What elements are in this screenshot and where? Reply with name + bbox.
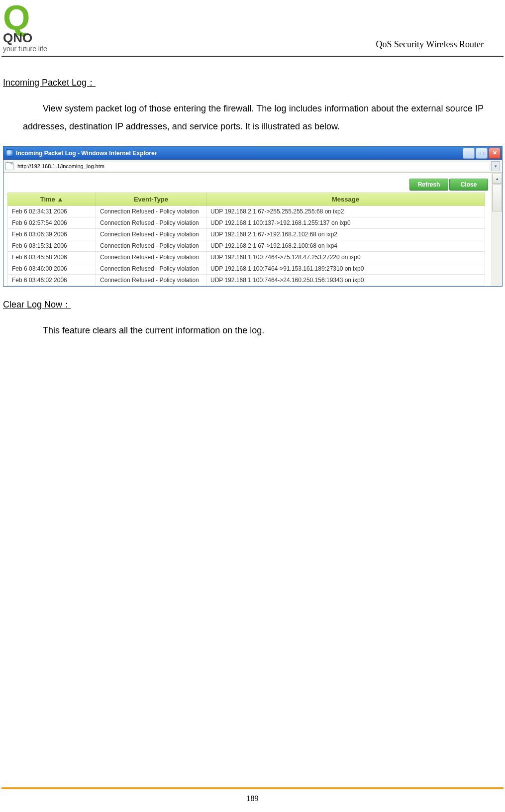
- maximize-button[interactable]: □: [476, 148, 488, 159]
- cell-event: Connection Refused - Policy violation: [96, 240, 206, 251]
- page-title: QoS Security Wireless Router: [376, 39, 484, 50]
- section-body-clear: This feature clears all the current info…: [3, 310, 484, 350]
- cell-time: Feb 6 03:46:02 2006: [8, 274, 96, 286]
- cell-time: Feb 6 03:45:58 2006: [8, 251, 96, 263]
- scroll-thumb[interactable]: [492, 185, 502, 211]
- log-toolbar: Refresh Close: [7, 177, 491, 193]
- cell-time: Feb 6 02:57:54 2006: [8, 217, 96, 228]
- cell-event: Connection Refused - Policy violation: [96, 228, 206, 240]
- table-row: Feb 6 03:46:00 2006 Connection Refused -…: [8, 263, 485, 274]
- cell-event: Connection Refused - Policy violation: [96, 251, 206, 263]
- table-row: Feb 6 03:45:58 2006 Connection Refused -…: [8, 251, 485, 263]
- cell-message: UDP 192.168.2.1:67->192.168.2.102:68 on …: [206, 228, 485, 240]
- table-row: Feb 6 03:06:39 2006 Connection Refused -…: [8, 228, 485, 240]
- table-row: Feb 6 03:46:02 2006 Connection Refused -…: [8, 274, 485, 286]
- close-button[interactable]: ✕: [489, 148, 501, 159]
- document-body: Incoming Packet Log： View system packet …: [1, 57, 504, 350]
- cell-message: UDP 192.168.2.1:67->255.255.255.255:68 o…: [206, 205, 485, 217]
- scrollbar[interactable]: ▴: [492, 173, 502, 286]
- page-number: 189: [0, 794, 505, 803]
- section-heading-incoming: Incoming Packet Log：: [3, 77, 484, 89]
- cell-message: UDP 192.168.1.100:7464->24.160.250.156:1…: [206, 274, 485, 286]
- log-table: Time ▲ Event-Type Message Feb 6 02:34:31…: [7, 193, 485, 286]
- window-titlebar: Incoming Packet Log - Windows Internet E…: [3, 147, 502, 160]
- cell-event: Connection Refused - Policy violation: [96, 217, 206, 228]
- cell-message: UDP 192.168.2.1:67->192.168.2.100:68 on …: [206, 240, 485, 251]
- scroll-up-button[interactable]: ▴: [492, 174, 502, 184]
- cell-message: UDP 192.168.1.100:137->192.168.1.255:137…: [206, 217, 485, 228]
- cell-time: Feb 6 03:46:00 2006: [8, 263, 96, 274]
- refresh-button[interactable]: Refresh: [409, 179, 448, 191]
- brand-name: QNO: [3, 31, 32, 45]
- brand-logo: Q QNO your future life: [3, 5, 47, 53]
- minimize-button[interactable]: _: [463, 148, 475, 159]
- col-event-type[interactable]: Event-Type: [96, 193, 206, 205]
- screenshot-window: Incoming Packet Log - Windows Internet E…: [3, 146, 503, 287]
- section-heading-clear: Clear Log Now：: [3, 299, 484, 310]
- cell-time: Feb 6 02:34:31 2006: [8, 205, 96, 217]
- table-row: Feb 6 02:57:54 2006 Connection Refused -…: [8, 217, 485, 228]
- table-row: Feb 6 02:34:31 2006 Connection Refused -…: [8, 205, 485, 217]
- footer-bar: [1, 787, 504, 789]
- col-message[interactable]: Message: [206, 193, 485, 205]
- col-time[interactable]: Time ▲: [8, 193, 96, 205]
- cell-event: Connection Refused - Policy violation: [96, 205, 206, 217]
- page-header: Q QNO your future life QoS Security Wire…: [1, 0, 504, 57]
- logo-q-icon: Q: [3, 5, 30, 31]
- cell-event: Connection Refused - Policy violation: [96, 274, 206, 286]
- address-bar: ▾: [3, 160, 502, 173]
- cell-message: UDP 192.168.1.100:7464->91.153.161.189:2…: [206, 263, 485, 274]
- cell-time: Feb 6 03:15:31 2006: [8, 240, 96, 251]
- window-content: ▴ Refresh Close Time ▲ Event-Type Mess: [3, 173, 502, 286]
- table-header-row: Time ▲ Event-Type Message: [8, 193, 485, 205]
- brand-tagline: your future life: [3, 45, 47, 53]
- ie-icon: [6, 149, 13, 157]
- section-body-incoming: View system packet log of those entering…: [3, 89, 484, 146]
- cell-event: Connection Refused - Policy violation: [96, 263, 206, 274]
- cell-message: UDP 192.168.1.100:7464->75.128.47.253:27…: [206, 251, 485, 263]
- cell-time: Feb 6 03:06:39 2006: [8, 228, 96, 240]
- table-row: Feb 6 03:15:31 2006 Connection Refused -…: [8, 240, 485, 251]
- close-log-button[interactable]: Close: [449, 179, 488, 191]
- page-icon: [5, 162, 13, 170]
- window-title-text: Incoming Packet Log - Windows Internet E…: [16, 150, 157, 157]
- url-dropdown-button[interactable]: ▾: [491, 161, 500, 171]
- url-input[interactable]: [15, 162, 489, 171]
